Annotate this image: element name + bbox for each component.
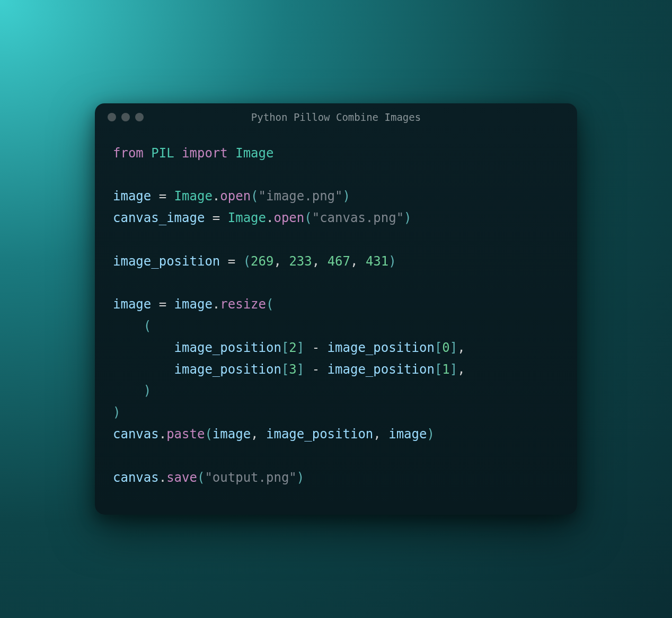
- func-open: open: [273, 210, 304, 225]
- op-eq: =: [205, 210, 227, 225]
- var-image: image: [213, 427, 251, 442]
- class-image: Image: [228, 210, 266, 225]
- comma: ,: [251, 427, 266, 442]
- var-image-position: image_position: [328, 340, 435, 355]
- paren-open: (: [205, 427, 212, 442]
- num-467: 467: [328, 254, 350, 269]
- num-431: 431: [366, 254, 388, 269]
- num-2: 2: [289, 340, 296, 355]
- paren-open: (: [304, 210, 312, 225]
- bracket-close: ]: [297, 362, 304, 377]
- paren-close: ): [404, 210, 411, 225]
- var-image-position: image_position: [113, 254, 220, 269]
- dot: .: [266, 210, 273, 225]
- op-minus: -: [304, 340, 327, 355]
- op-minus: -: [304, 362, 327, 377]
- bracket-open: [: [281, 362, 289, 377]
- func-open: open: [220, 189, 251, 204]
- window-title: Python Pillow Combine Images: [95, 111, 577, 123]
- op-eq: =: [151, 297, 174, 312]
- var-canvas-image: canvas_image: [113, 210, 205, 225]
- traffic-lights: [108, 113, 144, 121]
- var-image: image: [113, 189, 151, 204]
- string-output-png: "output.png": [205, 470, 296, 485]
- bracket-close: ]: [297, 340, 304, 355]
- func-resize: resize: [220, 297, 266, 312]
- var-image-position: image_position: [174, 340, 281, 355]
- maximize-icon[interactable]: [135, 113, 144, 121]
- bracket-open: [: [435, 362, 442, 377]
- var-image-position: image_position: [266, 427, 373, 442]
- var-image: image: [174, 297, 213, 312]
- bracket-close: ]: [450, 340, 457, 355]
- paren-open: (: [144, 319, 151, 333]
- titlebar: Python Pillow Combine Images: [95, 103, 577, 127]
- comma: ,: [273, 254, 289, 269]
- dot: .: [159, 470, 166, 485]
- func-paste: paste: [166, 427, 205, 442]
- bracket-close: ]: [450, 362, 457, 377]
- paren-open: (: [251, 189, 258, 204]
- var-image: image: [113, 297, 151, 312]
- var-canvas: canvas: [113, 470, 159, 485]
- bracket-open: [: [435, 340, 442, 355]
- string-canvas-png: "canvas.png": [312, 210, 404, 225]
- class-image: Image: [174, 189, 213, 204]
- paren-close: ): [343, 189, 350, 204]
- comma-trail: ,: [457, 340, 465, 355]
- paren-close: ): [144, 383, 151, 398]
- module-pil: PIL: [151, 146, 174, 161]
- comma: ,: [373, 427, 388, 442]
- keyword-from: from: [113, 146, 144, 161]
- dot: .: [213, 189, 220, 204]
- dot: .: [159, 427, 166, 442]
- paren-close: ): [427, 427, 434, 442]
- close-icon[interactable]: [108, 113, 116, 121]
- code-area[interactable]: from PIL import Image image = Image.open…: [95, 127, 577, 515]
- var-canvas: canvas: [113, 427, 159, 442]
- num-0: 0: [442, 340, 449, 355]
- paren-close: ): [388, 254, 396, 269]
- code-content[interactable]: from PIL import Image image = Image.open…: [113, 143, 559, 489]
- code-window: Python Pillow Combine Images from PIL im…: [95, 103, 577, 515]
- comma-trail: ,: [457, 362, 465, 377]
- num-233: 233: [289, 254, 312, 269]
- num-3: 3: [289, 362, 296, 377]
- op-eq: =: [151, 189, 174, 204]
- minimize-icon[interactable]: [121, 113, 130, 121]
- class-image: Image: [235, 146, 273, 161]
- string-image-png: "image.png": [259, 189, 343, 204]
- op-eq: =: [220, 254, 243, 269]
- comma: ,: [312, 254, 328, 269]
- paren-open: (: [266, 297, 273, 312]
- keyword-import: import: [182, 146, 228, 161]
- var-image-position: image_position: [328, 362, 435, 377]
- func-save: save: [166, 470, 197, 485]
- paren-close: ): [113, 405, 120, 420]
- dot: .: [213, 297, 220, 312]
- paren-open: (: [243, 254, 251, 269]
- paren-close: ): [297, 470, 304, 485]
- comma: ,: [350, 254, 366, 269]
- var-image-position: image_position: [174, 362, 281, 377]
- paren-open: (: [197, 470, 205, 485]
- var-image: image: [388, 427, 427, 442]
- bracket-open: [: [281, 340, 289, 355]
- num-1: 1: [442, 362, 449, 377]
- num-269: 269: [251, 254, 273, 269]
